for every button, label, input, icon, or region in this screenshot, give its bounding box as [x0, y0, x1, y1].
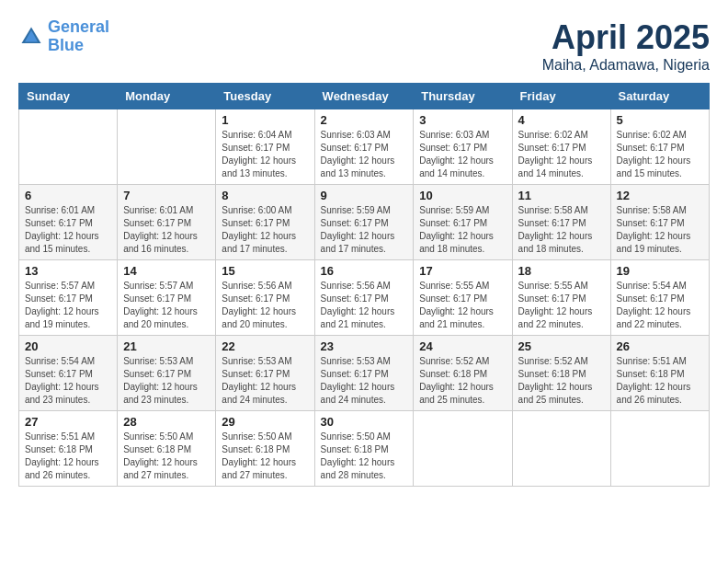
calendar-week-4: 20Sunrise: 5:54 AM Sunset: 6:17 PM Dayli… [19, 336, 710, 411]
calendar-header-row: SundayMondayTuesdayWednesdayThursdayFrid… [19, 84, 710, 109]
calendar-cell: 19Sunrise: 5:54 AM Sunset: 6:17 PM Dayli… [610, 260, 709, 336]
day-header-friday: Friday [512, 84, 610, 109]
logo: General Blue [18, 18, 109, 55]
title-block: April 2025 Maiha, Adamawa, Nigeria [542, 18, 710, 74]
calendar-cell: 16Sunrise: 5:56 AM Sunset: 6:17 PM Dayli… [314, 260, 414, 336]
day-number: 12 [617, 189, 703, 202]
day-number: 28 [123, 415, 210, 429]
day-info: Sunrise: 6:03 AM Sunset: 6:17 PM Dayligh… [321, 129, 408, 180]
day-info: Sunrise: 6:04 AM Sunset: 6:17 PM Dayligh… [222, 129, 308, 180]
calendar-cell: 10Sunrise: 5:59 AM Sunset: 6:17 PM Dayli… [414, 185, 512, 260]
calendar-cell: 24Sunrise: 5:52 AM Sunset: 6:18 PM Dayli… [414, 336, 512, 411]
day-info: Sunrise: 5:51 AM Sunset: 6:18 PM Dayligh… [25, 431, 111, 482]
day-header-thursday: Thursday [414, 84, 512, 109]
day-number: 15 [222, 264, 308, 278]
calendar-cell: 17Sunrise: 5:55 AM Sunset: 6:17 PM Dayli… [414, 260, 512, 336]
calendar-cell: 28Sunrise: 5:50 AM Sunset: 6:18 PM Dayli… [118, 411, 216, 487]
day-number: 9 [321, 189, 408, 202]
logo-icon [18, 24, 44, 50]
calendar-week-1: 1Sunrise: 6:04 AM Sunset: 6:17 PM Daylig… [19, 109, 710, 185]
calendar-cell: 12Sunrise: 5:58 AM Sunset: 6:17 PM Dayli… [610, 185, 709, 260]
day-number: 27 [25, 415, 111, 429]
day-number: 7 [123, 189, 210, 202]
day-info: Sunrise: 5:54 AM Sunset: 6:17 PM Dayligh… [25, 355, 111, 407]
day-number: 29 [222, 415, 308, 429]
day-number: 1 [222, 113, 308, 127]
calendar-cell: 18Sunrise: 5:55 AM Sunset: 6:17 PM Dayli… [512, 260, 610, 336]
day-info: Sunrise: 5:52 AM Sunset: 6:18 PM Dayligh… [518, 355, 605, 407]
day-info: Sunrise: 6:03 AM Sunset: 6:17 PM Dayligh… [419, 129, 506, 180]
day-header-tuesday: Tuesday [216, 84, 314, 109]
calendar-cell: 5Sunrise: 6:02 AM Sunset: 6:17 PM Daylig… [610, 109, 709, 185]
day-info: Sunrise: 5:56 AM Sunset: 6:17 PM Dayligh… [321, 280, 408, 331]
day-info: Sunrise: 5:55 AM Sunset: 6:17 PM Dayligh… [419, 280, 506, 331]
day-info: Sunrise: 5:50 AM Sunset: 6:18 PM Dayligh… [321, 431, 408, 482]
calendar-cell: 30Sunrise: 5:50 AM Sunset: 6:18 PM Dayli… [314, 411, 414, 487]
day-number: 6 [25, 189, 111, 202]
day-info: Sunrise: 5:52 AM Sunset: 6:18 PM Dayligh… [419, 355, 506, 407]
day-info: Sunrise: 6:00 AM Sunset: 6:17 PM Dayligh… [222, 204, 308, 256]
day-info: Sunrise: 5:55 AM Sunset: 6:17 PM Dayligh… [518, 280, 605, 331]
day-number: 4 [518, 113, 605, 127]
calendar-cell: 22Sunrise: 5:53 AM Sunset: 6:17 PM Dayli… [216, 336, 314, 411]
day-number: 16 [321, 264, 408, 278]
calendar-cell: 29Sunrise: 5:50 AM Sunset: 6:18 PM Dayli… [216, 411, 314, 487]
day-number: 5 [617, 113, 703, 127]
day-info: Sunrise: 5:54 AM Sunset: 6:17 PM Dayligh… [617, 280, 703, 331]
day-number: 17 [419, 264, 506, 278]
day-info: Sunrise: 6:02 AM Sunset: 6:17 PM Dayligh… [518, 129, 605, 180]
day-info: Sunrise: 5:58 AM Sunset: 6:17 PM Dayligh… [617, 204, 703, 256]
calendar-cell: 1Sunrise: 6:04 AM Sunset: 6:17 PM Daylig… [216, 109, 314, 185]
day-number: 22 [222, 339, 308, 353]
page-header: General Blue April 2025 Maiha, Adamawa, … [18, 18, 710, 74]
day-number: 21 [123, 339, 210, 353]
calendar-cell [610, 411, 709, 487]
calendar-cell: 15Sunrise: 5:56 AM Sunset: 6:17 PM Dayli… [216, 260, 314, 336]
calendar-cell: 11Sunrise: 5:58 AM Sunset: 6:17 PM Dayli… [512, 185, 610, 260]
calendar-cell [118, 109, 216, 185]
day-info: Sunrise: 5:57 AM Sunset: 6:17 PM Dayligh… [25, 280, 111, 331]
day-info: Sunrise: 5:59 AM Sunset: 6:17 PM Dayligh… [321, 204, 408, 256]
day-info: Sunrise: 5:57 AM Sunset: 6:17 PM Dayligh… [123, 280, 210, 331]
calendar-cell: 20Sunrise: 5:54 AM Sunset: 6:17 PM Dayli… [19, 336, 118, 411]
day-info: Sunrise: 5:53 AM Sunset: 6:17 PM Dayligh… [321, 355, 408, 407]
calendar-week-5: 27Sunrise: 5:51 AM Sunset: 6:18 PM Dayli… [19, 411, 710, 487]
day-number: 2 [321, 113, 408, 127]
day-number: 3 [419, 113, 506, 127]
calendar-cell: 23Sunrise: 5:53 AM Sunset: 6:17 PM Dayli… [314, 336, 414, 411]
day-info: Sunrise: 5:50 AM Sunset: 6:18 PM Dayligh… [123, 431, 210, 482]
calendar-cell [19, 109, 118, 185]
day-header-saturday: Saturday [610, 84, 709, 109]
calendar-cell: 2Sunrise: 6:03 AM Sunset: 6:17 PM Daylig… [314, 109, 414, 185]
day-number: 23 [321, 339, 408, 353]
day-number: 11 [518, 189, 605, 202]
calendar-cell: 9Sunrise: 5:59 AM Sunset: 6:17 PM Daylig… [314, 185, 414, 260]
day-info: Sunrise: 5:56 AM Sunset: 6:17 PM Dayligh… [222, 280, 308, 331]
day-info: Sunrise: 6:02 AM Sunset: 6:17 PM Dayligh… [617, 129, 703, 180]
day-number: 20 [25, 339, 111, 353]
day-info: Sunrise: 5:58 AM Sunset: 6:17 PM Dayligh… [518, 204, 605, 256]
calendar-cell: 3Sunrise: 6:03 AM Sunset: 6:17 PM Daylig… [414, 109, 512, 185]
calendar-cell: 6Sunrise: 6:01 AM Sunset: 6:17 PM Daylig… [19, 185, 118, 260]
day-info: Sunrise: 5:53 AM Sunset: 6:17 PM Dayligh… [123, 355, 210, 407]
calendar-cell: 25Sunrise: 5:52 AM Sunset: 6:18 PM Dayli… [512, 336, 610, 411]
day-number: 24 [419, 339, 506, 353]
calendar: SundayMondayTuesdayWednesdayThursdayFrid… [18, 83, 710, 487]
calendar-cell: 27Sunrise: 5:51 AM Sunset: 6:18 PM Dayli… [19, 411, 118, 487]
calendar-cell [512, 411, 610, 487]
calendar-cell: 26Sunrise: 5:51 AM Sunset: 6:18 PM Dayli… [610, 336, 709, 411]
logo-text: General Blue [48, 18, 109, 55]
day-header-wednesday: Wednesday [314, 84, 414, 109]
calendar-cell: 13Sunrise: 5:57 AM Sunset: 6:17 PM Dayli… [19, 260, 118, 336]
day-number: 18 [518, 264, 605, 278]
day-header-sunday: Sunday [19, 84, 118, 109]
day-number: 19 [617, 264, 703, 278]
day-number: 8 [222, 189, 308, 202]
day-number: 26 [617, 339, 703, 353]
day-number: 30 [321, 415, 408, 429]
calendar-cell: 7Sunrise: 6:01 AM Sunset: 6:17 PM Daylig… [118, 185, 216, 260]
day-number: 10 [419, 189, 506, 202]
location: Maiha, Adamawa, Nigeria [542, 57, 710, 74]
day-header-monday: Monday [118, 84, 216, 109]
day-number: 14 [123, 264, 210, 278]
